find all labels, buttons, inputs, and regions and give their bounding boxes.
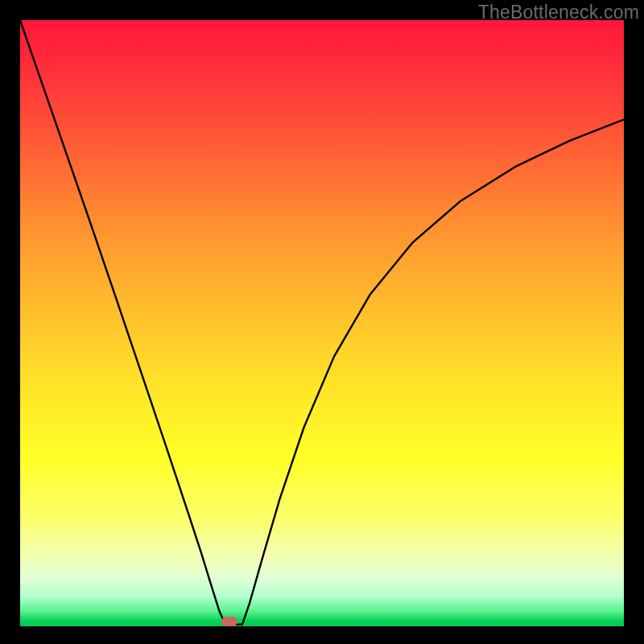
bottleneck-curve (20, 20, 624, 626)
optimal-marker (221, 617, 237, 626)
watermark-text: TheBottleneck.com (478, 2, 639, 23)
plot-area (20, 20, 624, 626)
